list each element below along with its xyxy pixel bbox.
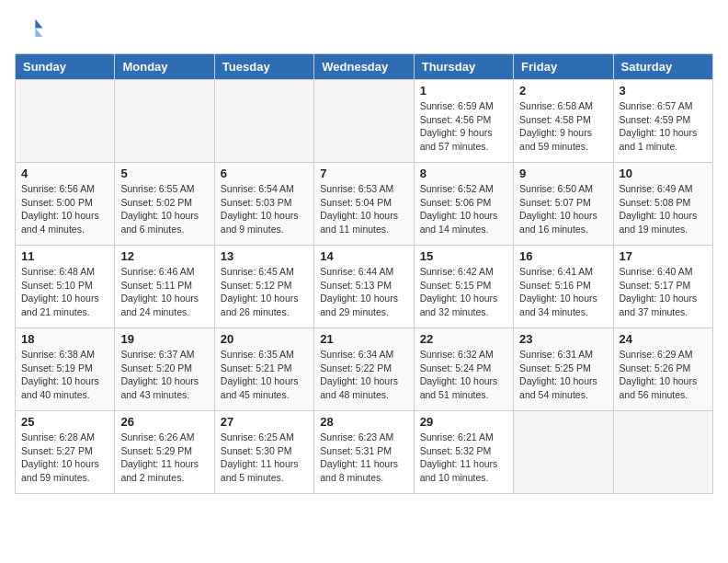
calendar-day-cell: 29Sunrise: 6:21 AMSunset: 5:32 PMDayligh… [414, 411, 513, 494]
calendar-week-row: 1Sunrise: 6:59 AMSunset: 4:56 PMDaylight… [16, 80, 713, 163]
calendar-day-cell: 17Sunrise: 6:40 AMSunset: 5:17 PMDayligh… [613, 246, 712, 328]
day-info: Sunrise: 6:23 AMSunset: 5:31 PMDaylight:… [320, 431, 407, 485]
calendar-week-row: 11Sunrise: 6:48 AMSunset: 5:10 PMDayligh… [16, 246, 713, 328]
calendar-day-cell [16, 80, 115, 163]
day-info: Sunrise: 6:50 AMSunset: 5:07 PMDaylight:… [519, 182, 607, 236]
day-number: 21 [320, 332, 407, 346]
day-number: 10 [620, 167, 707, 180]
page-header [15, 15, 713, 44]
calendar-day-cell [214, 80, 313, 163]
day-info: Sunrise: 6:49 AMSunset: 5:08 PMDaylight:… [620, 182, 707, 236]
day-info: Sunrise: 6:35 AMSunset: 5:21 PMDaylight:… [221, 348, 308, 402]
calendar-day-cell: 18Sunrise: 6:38 AMSunset: 5:19 PMDayligh… [16, 328, 115, 411]
day-number: 23 [519, 332, 607, 346]
calendar-day-cell: 5Sunrise: 6:55 AMSunset: 5:02 PMDaylight… [115, 163, 214, 246]
day-number: 20 [221, 332, 308, 346]
calendar-day-cell: 13Sunrise: 6:45 AMSunset: 5:12 PMDayligh… [214, 246, 313, 328]
calendar-day-cell: 10Sunrise: 6:49 AMSunset: 5:08 PMDayligh… [613, 163, 712, 246]
day-number: 3 [620, 84, 707, 98]
day-info: Sunrise: 6:31 AMSunset: 5:25 PMDaylight:… [519, 348, 607, 402]
day-info: Sunrise: 6:38 AMSunset: 5:19 PMDaylight:… [21, 348, 108, 402]
calendar-day-cell [514, 411, 613, 494]
day-number: 28 [320, 415, 407, 429]
day-header-wednesday: Wednesday [314, 54, 414, 80]
day-number: 27 [221, 415, 308, 429]
day-number: 12 [120, 249, 208, 263]
day-header-friday: Friday [514, 54, 613, 80]
calendar-day-cell [115, 80, 214, 163]
calendar-day-cell: 25Sunrise: 6:28 AMSunset: 5:27 PMDayligh… [16, 411, 115, 494]
day-info: Sunrise: 6:56 AMSunset: 5:00 PMDaylight:… [21, 182, 108, 236]
day-number: 26 [120, 415, 208, 429]
calendar-week-row: 4Sunrise: 6:56 AMSunset: 5:00 PMDaylight… [16, 163, 713, 246]
calendar-day-cell: 24Sunrise: 6:29 AMSunset: 5:26 PMDayligh… [613, 328, 712, 411]
svg-marker-1 [35, 28, 42, 37]
svg-marker-0 [35, 19, 42, 29]
calendar-day-cell: 27Sunrise: 6:25 AMSunset: 5:30 PMDayligh… [214, 411, 313, 494]
day-info: Sunrise: 6:53 AMSunset: 5:04 PMDaylight:… [320, 182, 407, 236]
calendar-day-cell [613, 411, 712, 494]
day-header-saturday: Saturday [613, 54, 712, 80]
calendar-day-cell: 15Sunrise: 6:42 AMSunset: 5:15 PMDayligh… [414, 246, 513, 328]
day-number: 11 [21, 249, 108, 263]
day-number: 6 [221, 167, 308, 180]
day-info: Sunrise: 6:44 AMSunset: 5:13 PMDaylight:… [320, 265, 407, 319]
calendar-day-cell: 26Sunrise: 6:26 AMSunset: 5:29 PMDayligh… [115, 411, 214, 494]
calendar-day-cell: 8Sunrise: 6:52 AMSunset: 5:06 PMDaylight… [414, 163, 513, 246]
day-number: 16 [519, 249, 607, 263]
day-number: 18 [21, 332, 108, 346]
calendar-week-row: 18Sunrise: 6:38 AMSunset: 5:19 PMDayligh… [16, 328, 713, 411]
day-info: Sunrise: 6:48 AMSunset: 5:10 PMDaylight:… [21, 265, 108, 319]
day-info: Sunrise: 6:28 AMSunset: 5:27 PMDaylight:… [21, 431, 108, 485]
day-info: Sunrise: 6:32 AMSunset: 5:24 PMDaylight:… [420, 348, 507, 402]
day-info: Sunrise: 6:57 AMSunset: 4:59 PMDaylight:… [620, 99, 707, 154]
day-info: Sunrise: 6:42 AMSunset: 5:15 PMDaylight:… [420, 265, 507, 319]
day-info: Sunrise: 6:45 AMSunset: 5:12 PMDaylight:… [221, 265, 308, 319]
day-info: Sunrise: 6:25 AMSunset: 5:30 PMDaylight:… [221, 431, 308, 485]
calendar-day-cell: 1Sunrise: 6:59 AMSunset: 4:56 PMDaylight… [414, 80, 513, 163]
day-number: 7 [320, 167, 407, 180]
day-number: 22 [420, 332, 507, 346]
calendar-day-cell: 21Sunrise: 6:34 AMSunset: 5:22 PMDayligh… [314, 328, 414, 411]
day-number: 29 [420, 415, 507, 429]
day-info: Sunrise: 6:46 AMSunset: 5:11 PMDaylight:… [120, 265, 208, 319]
calendar-day-cell: 6Sunrise: 6:54 AMSunset: 5:03 PMDaylight… [214, 163, 313, 246]
calendar-header-row: SundayMondayTuesdayWednesdayThursdayFrid… [16, 54, 713, 80]
day-number: 17 [620, 249, 707, 263]
day-number: 14 [320, 249, 407, 263]
day-info: Sunrise: 6:55 AMSunset: 5:02 PMDaylight:… [120, 182, 208, 236]
calendar-day-cell: 16Sunrise: 6:41 AMSunset: 5:16 PMDayligh… [514, 246, 613, 328]
calendar-day-cell: 14Sunrise: 6:44 AMSunset: 5:13 PMDayligh… [314, 246, 414, 328]
calendar-day-cell: 11Sunrise: 6:48 AMSunset: 5:10 PMDayligh… [16, 246, 115, 328]
day-info: Sunrise: 6:21 AMSunset: 5:32 PMDaylight:… [420, 431, 507, 485]
day-number: 4 [21, 167, 108, 180]
day-number: 5 [120, 167, 208, 180]
day-info: Sunrise: 6:54 AMSunset: 5:03 PMDaylight:… [221, 182, 308, 236]
calendar-day-cell: 9Sunrise: 6:50 AMSunset: 5:07 PMDaylight… [514, 163, 613, 246]
day-info: Sunrise: 6:52 AMSunset: 5:06 PMDaylight:… [420, 182, 507, 236]
day-info: Sunrise: 6:26 AMSunset: 5:29 PMDaylight:… [120, 431, 208, 485]
day-header-monday: Monday [115, 54, 214, 80]
calendar-day-cell: 7Sunrise: 6:53 AMSunset: 5:04 PMDaylight… [314, 163, 414, 246]
calendar-table: SundayMondayTuesdayWednesdayThursdayFrid… [15, 53, 713, 494]
day-number: 8 [420, 167, 507, 180]
calendar-week-row: 25Sunrise: 6:28 AMSunset: 5:27 PMDayligh… [16, 411, 713, 494]
calendar-day-cell [314, 80, 414, 163]
day-info: Sunrise: 6:37 AMSunset: 5:20 PMDaylight:… [120, 348, 208, 402]
day-number: 2 [519, 84, 607, 98]
calendar-day-cell: 12Sunrise: 6:46 AMSunset: 5:11 PMDayligh… [115, 246, 214, 328]
calendar-day-cell: 28Sunrise: 6:23 AMSunset: 5:31 PMDayligh… [314, 411, 414, 494]
day-info: Sunrise: 6:29 AMSunset: 5:26 PMDaylight:… [620, 348, 707, 402]
calendar-day-cell: 3Sunrise: 6:57 AMSunset: 4:59 PMDaylight… [613, 80, 712, 163]
day-info: Sunrise: 6:41 AMSunset: 5:16 PMDaylight:… [519, 265, 607, 319]
day-number: 1 [420, 84, 507, 98]
day-number: 15 [420, 249, 507, 263]
day-header-sunday: Sunday [16, 54, 115, 80]
day-number: 25 [21, 415, 108, 429]
day-number: 19 [120, 332, 208, 346]
calendar-day-cell: 22Sunrise: 6:32 AMSunset: 5:24 PMDayligh… [414, 328, 513, 411]
calendar-day-cell: 19Sunrise: 6:37 AMSunset: 5:20 PMDayligh… [115, 328, 214, 411]
calendar-day-cell: 2Sunrise: 6:58 AMSunset: 4:58 PMDaylight… [514, 80, 613, 163]
day-number: 24 [620, 332, 707, 346]
day-info: Sunrise: 6:59 AMSunset: 4:56 PMDaylight:… [420, 99, 507, 154]
